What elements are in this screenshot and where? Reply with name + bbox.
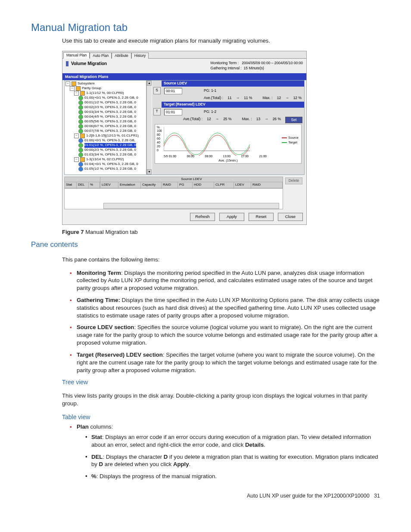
- col-clpr[interactable]: CLPR: [214, 182, 234, 188]
- list-item: Target (Reserved) LDEV section: Specifie…: [70, 351, 380, 374]
- col-del[interactable]: DEL: [77, 182, 89, 188]
- scroll-up-icon[interactable]: ▲: [147, 81, 152, 86]
- col-percent[interactable]: %: [89, 182, 100, 188]
- target-ldev-bar: Target (Reserved) LDEV: [162, 102, 304, 107]
- tree-row[interactable]: 01:05(1/2 %, OPEN-3, 2.28 GB, 0: [65, 167, 146, 171]
- chart-x-ticks: 5/9 01:0006:0008:0013:0017:0021:00: [164, 154, 267, 158]
- apply-button[interactable]: Apply: [219, 213, 244, 221]
- source-pg-label: PG: 1-1: [204, 88, 216, 93]
- window-title-text: Volume Migration: [71, 61, 107, 67]
- list-item: Plan columns: Stat: Displays an error co…: [70, 423, 380, 480]
- legend-target-swatch: [282, 142, 287, 143]
- figure-caption: Figure 7 Manual Migration tab: [62, 228, 380, 236]
- tree-row[interactable]: 00:05(5/6 %, OPEN-3, 2.28 GB, 0: [65, 119, 146, 124]
- tree-row[interactable]: 01:04(+0/1 %, OPEN-3, 2.28 GB, 0: [65, 162, 146, 167]
- tree-row[interactable]: 00:02(2/3 %, OPEN-3, 2.28 GB, 0: [65, 105, 146, 110]
- col-raid2[interactable]: RAID: [251, 182, 283, 188]
- tab-auto-plan[interactable]: Auto Plan: [90, 53, 112, 59]
- tab-history[interactable]: History: [131, 53, 149, 59]
- pane-contents-list: Monitoring Term: Displays the monitoring…: [70, 269, 380, 374]
- lead-paragraph: Use this tab to create and execute migra…: [62, 37, 380, 45]
- source-avg-label: Ave.(Total) :: [204, 96, 223, 100]
- tree-row[interactable]: 00:00(2/3 %, OPEN-3, 2.28 GB, 0: [65, 148, 146, 152]
- chart-svg: [164, 127, 250, 156]
- page-footer: Auto LUN XP user guide for the XP12000/X…: [31, 492, 380, 500]
- tab-manual-plan[interactable]: Manual Plan: [63, 52, 90, 59]
- page-title: Manual Migration tab: [31, 21, 380, 34]
- list-item: DEL: Displays the character D if you del…: [85, 453, 380, 469]
- col-raid[interactable]: RAID: [162, 182, 178, 188]
- chart-legend: Source Target: [282, 136, 299, 145]
- source-select-button[interactable]: S: [153, 87, 161, 94]
- col-group-source-ldev: Source LDEV: [100, 177, 283, 182]
- refresh-button[interactable]: Refresh: [190, 213, 215, 221]
- list-item: Source LDEV section: Specifies the sourc…: [70, 324, 380, 346]
- target-avg-label: Ave.(Total) :: [183, 117, 202, 121]
- chart-y-ticks: 100806040200: [157, 129, 162, 152]
- target-pg-label: PG: 1-2: [204, 109, 216, 114]
- table-view-list: Plan columns: Stat: Displays an error co…: [70, 423, 380, 480]
- tree-row[interactable]: 00:03(3/4 %, OPEN-3, 2.28 GB, 0: [65, 110, 146, 115]
- tree-view-heading: Tree view: [62, 378, 380, 386]
- reset-button[interactable]: Reset: [249, 213, 274, 221]
- plans-title-bar: Manual Migration Plans: [62, 73, 306, 80]
- tree-row[interactable]: −1-3(13/14 %, 02:CLPR2): [65, 157, 146, 162]
- pane-contents-lead: This pane contains the following items:: [62, 256, 380, 264]
- tree-row[interactable]: 01:03(3/4 %, OPEN-3, 2.28 GB, 0: [65, 152, 146, 157]
- target-ldev-input[interactable]: 01:01: [164, 109, 182, 115]
- window-title: Volume Migration: [66, 61, 107, 67]
- scroll-down-icon[interactable]: ▼: [147, 169, 152, 174]
- pane-contents-heading: Pane contents: [31, 240, 380, 250]
- source-ldev-bar: Source LDEV: [162, 81, 304, 86]
- tree-scrollbar[interactable]: ▲ ▼: [146, 81, 152, 174]
- tree-row[interactable]: −1-1(11/12 %, 00:CLPR0): [65, 91, 146, 96]
- title-marker-icon: [66, 61, 68, 66]
- table-view-heading: Table view: [62, 413, 380, 421]
- tree-row[interactable]: 00:06(6/7 %, OPEN-3, 2.28 GB, 0: [65, 124, 146, 129]
- tree-row[interactable]: 01:01(1/2 %, OPEN-3, 2.28 GB, 0: [65, 143, 146, 148]
- close-button[interactable]: Close: [278, 213, 303, 221]
- chart-x-axis-label: Ave. (15min.): [155, 159, 301, 163]
- col-emulation[interactable]: Emulation: [118, 182, 141, 188]
- tree-row[interactable]: 00:07(7/8 %, OPEN-3, 2.28 GB, 0: [65, 129, 146, 134]
- legend-source-swatch: [282, 137, 287, 138]
- source-max-label: Max. :: [263, 96, 273, 100]
- screenshot-manual-migration: Manual Plan Auto Plan Attribute History …: [62, 51, 307, 225]
- list-item: %: Displays the progress of the manual m…: [85, 473, 380, 480]
- tab-attribute[interactable]: Attribute: [112, 53, 131, 59]
- tree-view-body: This view lists parity groups in the dis…: [62, 392, 380, 408]
- plans-table[interactable]: Stat DEL % Source LDEV LDEV Emulation Ca…: [64, 177, 283, 209]
- target-max-label: Max. :: [242, 117, 252, 121]
- monitoring-meta: Monitoring Term : 2004/05/09 00:00 – 200…: [211, 61, 303, 71]
- tab-strip: Manual Plan Auto Plan Attribute History: [62, 51, 306, 59]
- tree-view[interactable]: −Subsystem−Parity Group−1-1(11/12 %, 00:…: [65, 81, 146, 174]
- delete-button[interactable]: Delete: [285, 177, 302, 184]
- col-stat[interactable]: Stat: [65, 182, 77, 188]
- usage-chart: % 100806040200 Source Target: [155, 124, 302, 164]
- col-ldev2[interactable]: LDEV: [234, 182, 251, 188]
- tree-row[interactable]: 01:00(+0/1 %, OPEN-3, 2.28 GB,: [65, 138, 146, 143]
- col-capacity[interactable]: Capacity: [141, 182, 162, 188]
- col-pg[interactable]: PG: [178, 182, 193, 188]
- list-item: Monitoring Term: Displays the monitoring…: [70, 269, 380, 292]
- list-item: Gathering Time: Displays the time specif…: [70, 296, 380, 319]
- target-select-button[interactable]: T: [153, 108, 161, 115]
- tree-row[interactable]: −1-2[8-1,8-15](12/13 %, 01:CLPR1): [65, 134, 146, 138]
- col-ldev[interactable]: LDEV: [100, 182, 118, 188]
- dialog-button-row: Refresh Apply Reset Close: [62, 209, 306, 224]
- list-item: Stat: Displays an error code if an error…: [85, 433, 380, 449]
- tree-row[interactable]: −Parity Group: [65, 86, 146, 91]
- tree-row[interactable]: 00:04(4/5 %, OPEN-3, 2.28 GB, 0: [65, 115, 146, 119]
- tree-row[interactable]: −Subsystem: [65, 81, 146, 86]
- tree-row[interactable]: 00:01(1/2 %, OPEN-3, 2.28 GB, 0: [65, 100, 146, 105]
- source-ldev-input[interactable]: 00:01: [164, 88, 182, 94]
- col-hdd[interactable]: HDD: [193, 182, 214, 188]
- table-h-scrollbar[interactable]: [103, 203, 279, 209]
- tree-row[interactable]: 01:00(+0/1 %, OPEN-3, 2.28 GB, 0: [65, 96, 146, 100]
- set-button[interactable]: Set: [285, 117, 302, 123]
